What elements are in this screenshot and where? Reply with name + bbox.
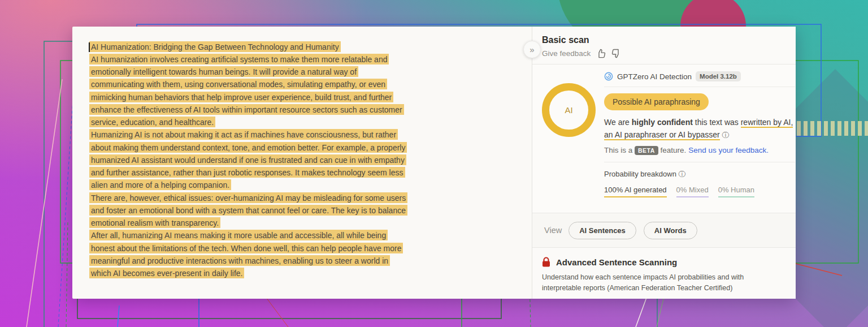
advanced-scanning-section: Advanced Sentence Scanning Understand ho…	[532, 248, 796, 294]
text-line: emotional realism with transparency.	[89, 218, 509, 231]
probability-item[interactable]: 0% Mixed	[676, 186, 709, 197]
description-line: Understand how each sentence impacts AI …	[542, 272, 784, 283]
view-buttons: AI Sentences AI Words	[568, 222, 697, 239]
text-line: communicating with them, using conversat…	[89, 80, 509, 92]
view-toggle-row: View AI Sentences AI Words	[532, 213, 796, 248]
gptzero-scan-window: AI Humanization: Bridging the Gap Betwee…	[72, 27, 796, 299]
text-line: mimicking human behaviors that help impr…	[89, 92, 509, 105]
dashed-green-line	[66, 221, 68, 327]
info-icon[interactable]: ⓘ	[722, 131, 730, 139]
view-toggle-button[interactable]: AI Words	[644, 222, 697, 239]
confidence-bold: highly confident	[632, 118, 693, 127]
thumbs-down-icon[interactable]	[611, 49, 621, 58]
collapse-panel-button[interactable]: »	[523, 41, 541, 58]
text-line: honest about the limitations of the tech…	[89, 243, 509, 256]
advanced-scanning-title: Advanced Sentence Scanning	[556, 257, 677, 267]
view-toggle-button[interactable]: AI Sentences	[568, 222, 636, 239]
detection-results-section: AI GPTZero AI Detection Model 3.12b Poss…	[532, 64, 796, 213]
desktop-background: AI Humanization: Bridging the Gap Betwee…	[0, 0, 868, 327]
probability-breakdown: 100% AI generated 0% Mixed 0% Human	[604, 186, 795, 197]
verdict-pill: Possible AI paraphrasing	[604, 93, 709, 110]
blue-tick-line	[118, 306, 119, 327]
text-line: meaningful and productive interactions w…	[89, 256, 509, 268]
text-line: alien and more of a helping companion.	[89, 180, 509, 193]
beta-notice: This is a BETA feature. Send us your fee…	[604, 146, 795, 154]
text-line: and further assistance, rather than just…	[89, 168, 509, 180]
model-version-badge: Model 3.12b	[696, 71, 741, 81]
panel-title: Basic scan	[542, 35, 796, 45]
send-feedback-link[interactable]: Send us your feedback.	[688, 146, 769, 154]
text-line: which AI becomes ever-present in daily l…	[89, 269, 509, 281]
text-line: and foster an emotional bond with a syst…	[89, 205, 509, 218]
text-line: AI humanization involves creating artifi…	[89, 54, 509, 67]
text-line: emotionally intelligent towards human be…	[89, 67, 509, 80]
text-line: service, education, and healthcare.	[89, 118, 509, 130]
probability-item[interactable]: 100% AI generated	[604, 186, 667, 197]
divider	[604, 162, 795, 162]
ai-score-label: AI	[565, 105, 572, 115]
divider	[604, 87, 795, 87]
beta-badge: BETA	[635, 146, 658, 155]
probability-item[interactable]: 0% Human	[718, 186, 754, 197]
thumbs-up-icon[interactable]	[596, 49, 606, 58]
text-line: There are, however, ethical issues: over…	[89, 193, 509, 205]
give-feedback-label: Give feedback	[542, 49, 591, 58]
text-line: enhance the effectiveness of AI tools wi…	[89, 105, 509, 117]
description-line: interpretable reports (American Federati…	[542, 283, 784, 294]
advanced-scanning-description: Understand how each sentence impacts AI …	[542, 272, 784, 294]
confidence-statement: We are highly confident this text was re…	[604, 116, 795, 141]
text-line: about making them understand context, to…	[89, 143, 509, 155]
document-editor[interactable]: AI Humanization: Bridging the Gap Betwee…	[72, 27, 532, 299]
text-caret	[89, 42, 90, 52]
dash-pattern-decoration	[790, 121, 868, 136]
probability-breakdown-label: Probability breakdown ⓘ	[604, 170, 795, 179]
text-line: After all, humanizing AI means making it…	[89, 231, 509, 243]
text-line: AI Humanization: Bridging the Gap Betwee…	[89, 42, 509, 54]
ai-score-donut: AI	[542, 83, 596, 137]
document-text: AI Humanization: Bridging the Gap Betwee…	[89, 42, 509, 281]
info-icon[interactable]: ⓘ	[679, 170, 686, 178]
view-label: View	[544, 226, 562, 235]
text-line: humanized AI assistant would understand …	[89, 155, 509, 167]
panel-header: » Basic scan Give feedback	[532, 27, 796, 64]
detector-name: GPTZero AI Detection	[617, 72, 692, 81]
red-diagonal-line-2	[264, 295, 288, 327]
lock-icon	[542, 257, 550, 267]
gptzero-logo-icon	[604, 72, 613, 81]
text-line: Humanizing AI is not about making it act…	[89, 130, 509, 143]
scan-results-panel: » Basic scan Give feedback AI	[532, 27, 796, 299]
chevron-right-icon: »	[530, 45, 534, 54]
